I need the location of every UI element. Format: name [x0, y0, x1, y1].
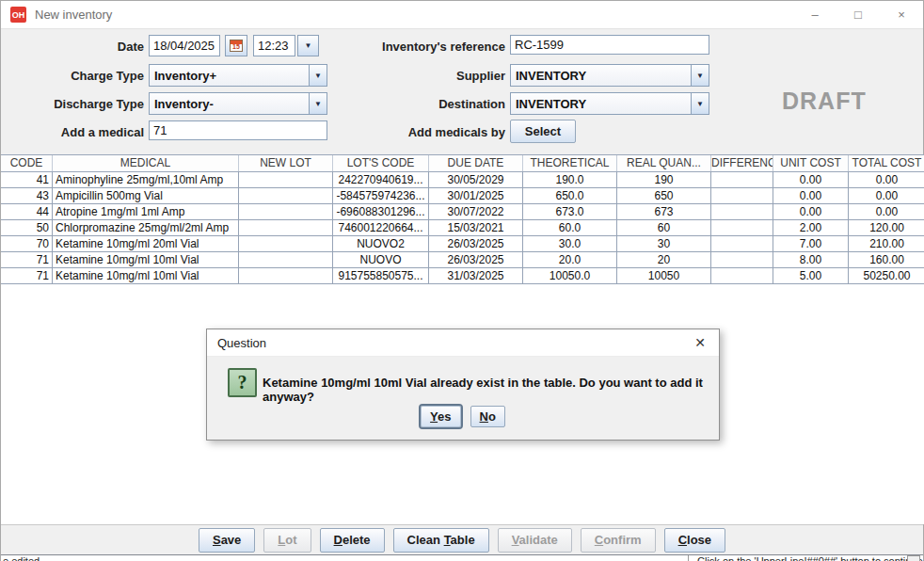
dialog-body: ? Ketamine 10mg/ml 10ml Vial already exi…	[207, 357, 719, 440]
supplier-select[interactable]: INVENTORY ▼	[510, 64, 709, 87]
cell-lots_code: 242270940619...	[333, 172, 429, 187]
dialog-title: Question	[217, 336, 266, 350]
column-header-unit_cost[interactable]: UNIT COST	[773, 155, 849, 171]
close-icon[interactable]: ×	[880, 1, 923, 28]
cell-lots_code: NUOVO	[333, 252, 429, 267]
cell-total_cost: 120.00	[849, 220, 924, 235]
date-input[interactable]	[149, 35, 220, 56]
save-button[interactable]: Save	[199, 528, 255, 553]
cell-unit_cost: 7.00	[773, 236, 849, 251]
cell-theoretical: 60.0	[523, 220, 617, 235]
table-row[interactable]: 41Aminophyline 25mg/ml,10ml Amp242270940…	[1, 172, 924, 188]
window-title: New inventory	[35, 8, 112, 22]
cell-real_quantity: 673	[617, 204, 711, 219]
question-dialog: Question ✕ ? Ketamine 10mg/ml 10ml Vial …	[206, 329, 720, 441]
background-window-divider	[688, 555, 689, 561]
column-header-code[interactable]: CODE	[1, 155, 53, 171]
column-header-real_quantity[interactable]: REAL QUAN...	[617, 155, 711, 171]
cell-new_lot	[239, 172, 333, 187]
column-header-new_lot[interactable]: NEW LOT	[239, 155, 333, 171]
charge-type-label: Charge Type	[1, 69, 144, 83]
destination-value: INVENTORY	[511, 97, 691, 111]
column-header-total_cost[interactable]: TOTAL COST	[849, 155, 924, 171]
chevron-down-icon: ▼	[691, 65, 709, 86]
cell-real_quantity: 190	[617, 172, 711, 187]
cell-unit_cost: 0.00	[773, 172, 849, 187]
cell-theoretical: 30.0	[523, 236, 617, 251]
footer-button-bar: SaveLotDeleteClean TableValidateConfirmC…	[1, 524, 923, 554]
minimize-icon[interactable]: –	[793, 1, 836, 28]
cell-theoretical: 190.0	[523, 172, 617, 187]
close-button[interactable]: Close	[664, 528, 725, 553]
reference-input[interactable]	[510, 35, 709, 55]
cell-difference	[711, 204, 773, 219]
cell-unit_cost: 8.00	[773, 252, 849, 267]
dialog-button-row: YesNo	[207, 406, 719, 427]
cell-code: 44	[1, 204, 53, 219]
table-row[interactable]: 71Ketamine 10mg/ml 10ml VialNUOVO26/03/2…	[1, 252, 924, 268]
app-logo-icon: OH	[10, 7, 26, 23]
cell-due_date: 30/01/2025	[429, 188, 523, 203]
cell-code: 71	[1, 268, 53, 283]
cell-new_lot	[239, 204, 333, 219]
cell-total_cost: 50250.00	[849, 268, 924, 283]
cell-lots_code: NUOVO2	[333, 236, 429, 251]
column-header-difference[interactable]: DIFFERENCE	[711, 155, 773, 171]
cell-code: 71	[1, 252, 53, 267]
column-header-theoretical[interactable]: THEORETICAL	[523, 155, 617, 171]
dialog-no-button[interactable]: No	[470, 406, 505, 427]
cell-lots_code: 915755850575...	[333, 268, 429, 283]
cell-total_cost: 160.00	[849, 252, 924, 267]
new-inventory-window: OH New inventory – □ × Date ▼ Charge Typ…	[0, 0, 924, 561]
date-label: Date	[1, 40, 144, 54]
validate-button[interactable]: Validate	[498, 528, 572, 553]
cell-due_date: 26/03/2025	[429, 252, 523, 267]
column-header-lots_code[interactable]: LOT'S CODE	[333, 155, 429, 171]
cell-due_date: 15/03/2021	[429, 220, 523, 235]
cell-real_quantity: 20	[617, 252, 711, 267]
cell-lots_code: -584575974236...	[333, 188, 429, 203]
cell-new_lot	[239, 252, 333, 267]
table-row[interactable]: 50Chlorpromazine 25mg/ml/2ml Amp74600122…	[1, 220, 924, 236]
maximize-icon[interactable]: □	[836, 1, 880, 28]
cell-total_cost: 0.00	[849, 188, 924, 203]
table-row[interactable]: 71Ketamine 10mg/ml 10ml Vial915755850575…	[1, 268, 924, 284]
table-header-row: CODEMEDICALNEW LOTLOT'S CODEDUE DATETHEO…	[1, 155, 924, 172]
confirm-button[interactable]: Confirm	[581, 528, 656, 553]
dialog-message: Ketamine 10mg/ml 10ml Vial already exist…	[263, 376, 709, 404]
lot-button[interactable]: Lot	[263, 528, 311, 553]
cell-real_quantity: 10050	[617, 268, 711, 283]
cell-medical: Chlorpromazine 25mg/ml/2ml Amp	[53, 220, 239, 235]
column-header-medical[interactable]: MEDICAL	[53, 155, 239, 171]
clean-table-button[interactable]: Clean Table	[393, 528, 489, 553]
delete-button[interactable]: Delete	[320, 528, 385, 553]
add-medical-label: Add a medical	[1, 125, 144, 139]
column-header-due_date[interactable]: DUE DATE	[429, 155, 523, 171]
table-row[interactable]: 43Ampicillin 500mg Vial-584575974236...3…	[1, 188, 924, 204]
discharge-type-label: Discharge Type	[1, 97, 144, 111]
cell-medical: Ampicillin 500mg Vial	[53, 188, 239, 203]
cell-unit_cost: 0.00	[773, 204, 849, 219]
supplier-label: Supplier	[283, 69, 505, 83]
background-window-text: e edited.	[3, 555, 42, 561]
cell-code: 50	[1, 220, 53, 235]
table-row[interactable]: 44Atropine 1mg/ml 1ml Amp-696088301296..…	[1, 204, 924, 220]
cell-theoretical: 10050.0	[523, 268, 617, 283]
cell-theoretical: 20.0	[523, 252, 617, 267]
calendar-button[interactable]	[225, 35, 247, 56]
destination-select[interactable]: INVENTORY ▼	[510, 92, 709, 115]
draft-watermark: DRAFT	[782, 88, 867, 115]
table-row[interactable]: 70Ketamine 10mg/ml 20ml VialNUOVO226/03/…	[1, 236, 924, 252]
background-window-strip: e edited. Click on the 'UpperLine!##0##'…	[1, 554, 923, 561]
cell-difference	[711, 252, 773, 267]
question-mark-icon: ?	[228, 368, 257, 397]
cell-real_quantity: 60	[617, 220, 711, 235]
select-medicals-button[interactable]: Select	[510, 120, 576, 143]
cell-new_lot	[239, 236, 333, 251]
reference-label: Inventory's reference	[283, 40, 505, 54]
dialog-close-icon[interactable]: ✕	[681, 335, 719, 350]
cell-unit_cost: 5.00	[773, 268, 849, 283]
cell-theoretical: 650.0	[523, 188, 617, 203]
cell-medical: Ketamine 10mg/ml 20ml Vial	[53, 236, 239, 251]
dialog-yes-button[interactable]: Yes	[421, 406, 460, 427]
